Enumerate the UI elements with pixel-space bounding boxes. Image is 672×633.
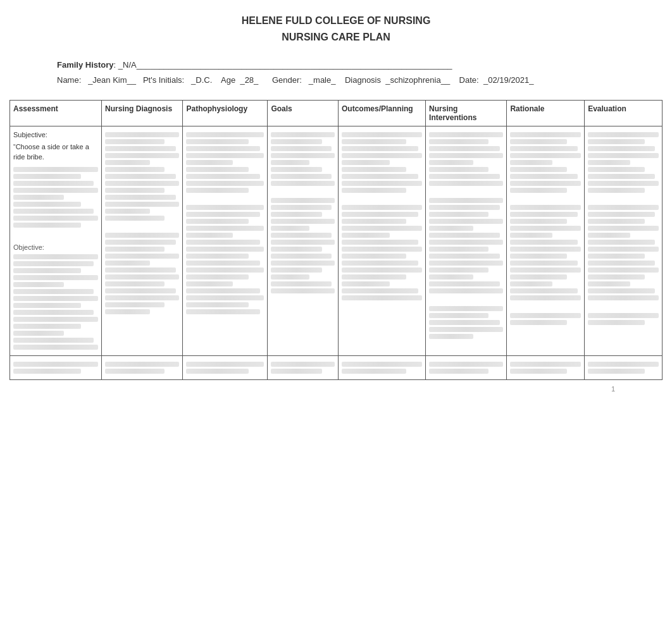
name-label: Name: [57, 75, 81, 85]
header-line2: NURSING CARE PLAN [6, 29, 666, 46]
cell-evaluation-bottom [585, 356, 663, 380]
col-header-nursing-diagnosis: Nursing Diagnosis [102, 100, 183, 126]
gender-label: Gender: [272, 75, 302, 85]
cell-nursing-interventions [426, 126, 507, 355]
cell-pathophysiology-bottom [183, 356, 268, 380]
family-history-label: Family History [57, 60, 114, 70]
quote-text: “Choose a side or take a ride bribe. [13, 142, 98, 162]
assessment-blurred-content: Objective: [13, 167, 98, 350]
col-header-goals: Goals [268, 100, 339, 126]
pathophysiology-blurred [186, 132, 264, 315]
family-history-value: : _N/A__________________________________… [114, 60, 452, 70]
header-title: HELENE FULD COLLEGE OF NURSING NURSING C… [6, 13, 666, 45]
cell-nursing-int-bottom [426, 356, 507, 380]
patient-info: Family History: _N/A____________________… [57, 58, 615, 87]
date-label: Date: [459, 75, 479, 85]
col-header-assessment: Assessment [10, 100, 102, 126]
nursing-dx-blurred [105, 132, 179, 315]
cell-pathophysiology [183, 126, 268, 355]
cell-outcomes-bottom [339, 356, 426, 380]
rationale-blurred [510, 132, 581, 325]
gender-value: _male_ [309, 75, 336, 85]
col-header-pathophysiology: Pathophysiology [183, 100, 268, 126]
goals-blurred [271, 132, 335, 294]
cell-goals-bottom [268, 356, 339, 380]
table-row-bottom [10, 356, 663, 380]
name-value: _Jean Kim__ [88, 75, 136, 85]
page-number: 1 [6, 385, 615, 393]
col-header-nursing-interventions: Nursing Interventions [426, 100, 507, 126]
nursing-int-blurred [429, 132, 503, 339]
age-value: _28_ [240, 75, 258, 85]
table-wrapper: Assessment Nursing Diagnosis Pathophysio… [9, 100, 663, 380]
page-container: HELENE FULD COLLEGE OF NURSING NURSING C… [0, 0, 672, 633]
col-header-rationale: Rationale [507, 100, 585, 126]
diagnosis-value: _schizophrenia__ [385, 75, 450, 85]
cell-outcomes [339, 126, 426, 355]
cell-nursing-diagnosis [102, 126, 183, 355]
cell-evaluation [585, 126, 663, 355]
col-header-outcomes: Outcomes/Planning [339, 100, 426, 126]
date-value: _02/19/2021_ [483, 75, 534, 85]
pts-initials-value: _D.C. [191, 75, 212, 85]
cell-goals [268, 126, 339, 355]
header-line1: HELENE FULD COLLEGE OF NURSING [6, 13, 666, 29]
cell-assessment-bottom [10, 356, 102, 380]
cell-assessment: Subjective: “Choose a side or take a rid… [10, 126, 102, 355]
outcomes-blurred [342, 132, 422, 301]
cell-rationale-bottom [507, 356, 585, 380]
evaluation-blurred [588, 132, 659, 325]
col-header-evaluation: Evaluation [585, 100, 663, 126]
diagnosis-label: Diagnosis [345, 75, 381, 85]
care-plan-table: Assessment Nursing Diagnosis Pathophysio… [9, 100, 663, 380]
cell-rationale [507, 126, 585, 355]
cell-nursing-dx-bottom [102, 356, 183, 380]
page-header: HELENE FULD COLLEGE OF NURSING NURSING C… [6, 13, 666, 45]
pts-initials-label: Pt's Initials: [143, 75, 184, 85]
subjective-label: Subjective: [13, 130, 98, 140]
table-row-main: Subjective: “Choose a side or take a rid… [10, 126, 663, 355]
age-label: Age [221, 75, 235, 85]
